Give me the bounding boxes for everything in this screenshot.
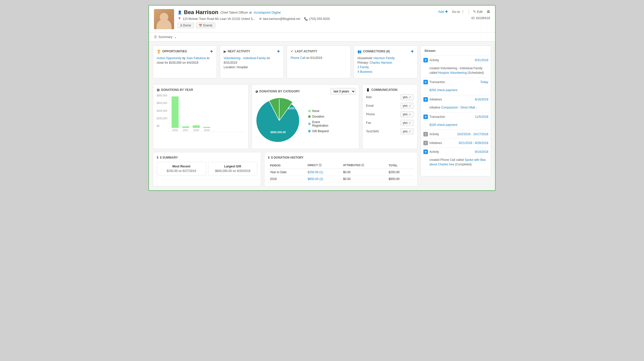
- category-filter[interactable]: last 3 years last year all time: [330, 88, 355, 95]
- opportunities-header: 🏆 Opportunities ✚: [157, 49, 213, 53]
- donations-by-year-title: ▤ Donations by Year: [157, 88, 245, 92]
- stream-item-5: 2 Initiatives 9/21/2018 - 9/28/2018: [421, 139, 491, 148]
- comm-email-check: ✓: [409, 104, 412, 108]
- comm-email-badge[interactable]: yes ✓: [400, 103, 414, 109]
- company-link[interactable]: Accelapoint Digital: [254, 11, 280, 14]
- stream-toggle-3[interactable]: ▼: [423, 115, 428, 119]
- comm-fax-row: Fax yes ✓: [366, 120, 414, 126]
- family-link[interactable]: 2 Family: [357, 65, 369, 69]
- bar-2017-rect: [182, 126, 189, 128]
- donation-table-head: PERIOD DIRECT ⓘ ATTRIBUTED ⓘ TOTAL: [268, 162, 414, 169]
- legend-gift-label: Gift Bequest: [312, 129, 329, 133]
- stream-toggle-1[interactable]: ▼: [423, 80, 428, 84]
- business-link[interactable]: 4 Business: [357, 70, 372, 74]
- legend-event-dot: [308, 123, 311, 125]
- bar-2019: 2019: [203, 127, 210, 132]
- stream-link-2[interactable]: Compassion - Direct Mail -: [441, 106, 477, 109]
- connections-icon: 👥: [357, 50, 361, 53]
- connections-title: 👥 Connections (6): [357, 50, 390, 53]
- comm-fax-value: yes: [403, 121, 408, 125]
- stream-toggle-0[interactable]: ▼: [423, 58, 428, 62]
- print-button[interactable]: 🖶: [487, 10, 490, 14]
- largest-gift-value: $800,000.00 on 9/20/2016: [211, 169, 255, 173]
- pie-svg: $100,000.00 $800,000.00: [255, 97, 303, 145]
- donor-label: Donor: [183, 24, 191, 27]
- opportunities-add[interactable]: ✚: [210, 49, 213, 53]
- summary-section-title: $ $ Summary: [157, 156, 257, 159]
- bar-2019-rect: [203, 127, 210, 128]
- stream-link-1[interactable]: $250 check payment: [429, 88, 457, 92]
- goto-button[interactable]: Go to ⋮: [452, 10, 465, 14]
- next-activity-card: ▶ Next Activity ✚ Volunteering - Individ…: [220, 46, 284, 78]
- bar-chart-area: $800,000 $600,000 $400,000 $200,000 $0: [157, 94, 245, 132]
- stream-link-6[interactable]: Spoke with Bea about Charles tree: [429, 158, 486, 166]
- primary-link[interactable]: Charles Harrison: [370, 61, 392, 64]
- donation-row-2018: 2018 $850.00 (2) $0.00 $850.00: [268, 176, 414, 183]
- opportunities-title: 🏆 Opportunities: [157, 50, 187, 53]
- add-button[interactable]: Add ✚: [438, 10, 448, 14]
- location-icon: 📍: [178, 17, 181, 21]
- print-icon: 🖶: [487, 10, 490, 14]
- opportunity-link[interactable]: Active Opportunity: [157, 56, 181, 60]
- stream-toggle-5[interactable]: 2: [423, 141, 428, 145]
- stream-toggle-2[interactable]: ▼: [423, 97, 428, 102]
- stream-link-0[interactable]: Hospice Volunteering: [438, 71, 467, 75]
- dollar-icon: $: [180, 24, 182, 27]
- direct-ytd: $250.00 (1): [306, 169, 341, 176]
- stream-body-1: $250 check payment: [421, 86, 491, 95]
- comm-sms-badge[interactable]: yes ✓: [400, 128, 414, 134]
- donations-by-category-card: ◕ Donations by Category last 3 years las…: [252, 84, 359, 149]
- events-tag[interactable]: 📅 Events: [196, 23, 215, 28]
- comm-mail-badge[interactable]: yes ✓: [400, 94, 414, 100]
- joan-fabulous-link[interactable]: Joan Fabulous: [186, 56, 206, 60]
- last-activity-body: Phone Call on 5/1/2019: [291, 56, 347, 60]
- next-activity-body: Volunteering - Individual-Family on 8/31…: [224, 56, 280, 69]
- comm-fax-label: Fax: [366, 121, 371, 125]
- legend-gift-dot: [308, 130, 311, 132]
- legend-donation: Donation: [308, 115, 329, 118]
- largest-gift-label: Largest Gift: [211, 165, 255, 168]
- comm-email-label: Email: [366, 104, 374, 107]
- stream-toggle-6[interactable]: ▼: [423, 150, 428, 154]
- person-icon: 👤: [178, 10, 182, 14]
- goto-menu-icon: ⋮: [461, 10, 465, 14]
- opportunities-card: 🏆 Opportunities ✚ Active Opportunity by …: [153, 46, 217, 78]
- next-activity-link[interactable]: Volunteering - Individual-Family: [224, 56, 266, 60]
- col-direct: DIRECT ⓘ: [306, 162, 341, 169]
- communication-title: 📱 Communication: [366, 88, 414, 92]
- stream-date-2: 8/16/2019: [475, 98, 488, 101]
- bar-2017: 2017: [182, 126, 189, 132]
- edit-button[interactable]: ✎ Edit: [473, 10, 482, 14]
- comm-rows: Mail yes ✓ Email yes ✓: [366, 94, 414, 134]
- summary-bar[interactable]: ☰ Summary ⌄: [149, 32, 495, 42]
- col-attributed: ATTRIBUTED ⓘ: [341, 162, 387, 169]
- last-activity-link[interactable]: Phone Call: [291, 56, 305, 60]
- stream-date-0: 8/31/2019: [475, 58, 488, 62]
- stream-type-3: Transaction: [429, 115, 473, 119]
- events-label: Events: [203, 24, 213, 27]
- stream-item-3-header: ▼ Transaction 11/5/2018: [421, 113, 491, 121]
- comm-phone-value: yes: [403, 113, 408, 116]
- pie-label-bottom: $800,000.00: [270, 131, 286, 134]
- attributed-2018: $0.00: [341, 176, 387, 183]
- stream-toggle-4[interactable]: 2: [423, 132, 428, 136]
- connections-add[interactable]: ✚: [411, 49, 414, 53]
- period-2018: 2018: [268, 176, 306, 183]
- next-activity-add[interactable]: ✚: [277, 49, 280, 53]
- bar-2018-label: 2018: [193, 129, 199, 132]
- stream-link-3[interactable]: $100 check payment: [429, 123, 457, 127]
- comm-phone-badge[interactable]: yes ✓: [400, 111, 414, 117]
- stream-item-2-header: ▼ Initiatives 8/16/2019: [421, 95, 491, 104]
- last-activity-card: ✓ Last Activity Phone Call on 5/1/2019: [287, 46, 351, 78]
- email-item: ✉ bea.harrison@Bisglobal.net: [259, 17, 300, 21]
- summary-toggle[interactable]: ☰ Summary ⌄: [154, 35, 177, 39]
- add-label: Add: [438, 10, 444, 14]
- household-link[interactable]: Harrison Family: [374, 56, 395, 60]
- summary-grid: Most Recent $250.00 on 8/27/2019 Largest…: [157, 162, 257, 175]
- attributed-ytd: $0.00: [341, 169, 387, 176]
- main-content: 🏆 Opportunities ✚ Active Opportunity by …: [149, 42, 495, 190]
- stream-date-3: 11/5/2018: [475, 115, 488, 119]
- legend-none: None: [308, 109, 329, 113]
- donor-tag[interactable]: $ Donor: [178, 23, 194, 28]
- comm-fax-badge[interactable]: yes ✓: [400, 120, 414, 126]
